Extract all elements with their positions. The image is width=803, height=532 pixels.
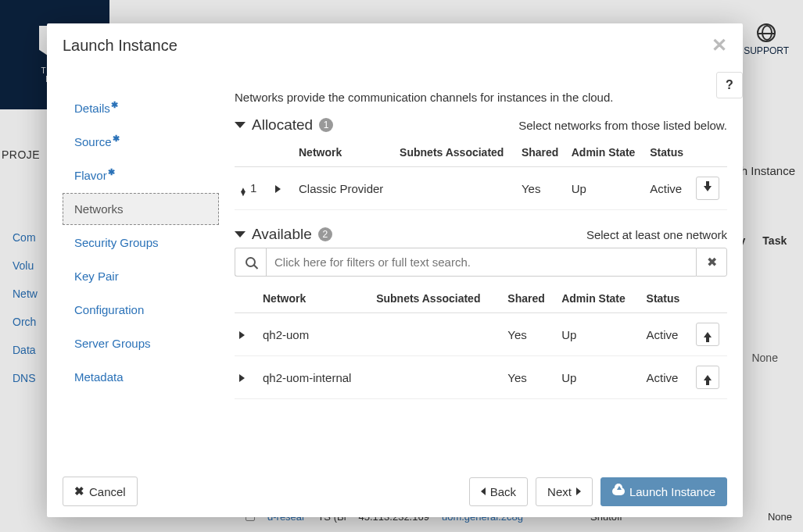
launch-instance-button[interactable]: Launch Instance bbox=[600, 477, 727, 506]
th-admin: Admin State bbox=[567, 138, 645, 167]
cell-admin: Up bbox=[567, 167, 645, 210]
back-button[interactable]: Back bbox=[469, 477, 528, 506]
arrow-up-icon bbox=[704, 375, 712, 380]
step-security-groups[interactable]: Security Groups bbox=[63, 227, 219, 259]
add-network-button[interactable] bbox=[696, 366, 719, 389]
panel-description: Networks provide the communication chann… bbox=[235, 91, 727, 104]
order-num: 1 bbox=[250, 181, 256, 195]
step-details-label: Details bbox=[74, 102, 110, 115]
th-subnets: Subnets Associated bbox=[395, 138, 517, 167]
required-star-icon: ✱ bbox=[111, 100, 118, 109]
chevron-right-icon bbox=[576, 487, 581, 495]
th-network: Network bbox=[294, 138, 395, 167]
search-wrap: ✖ bbox=[235, 248, 727, 277]
chevron-down-icon[interactable] bbox=[235, 231, 246, 237]
back-label: Back bbox=[490, 485, 516, 498]
next-label: Next bbox=[547, 485, 572, 498]
available-header-row: Available 2 Select at least one network bbox=[235, 226, 727, 243]
chevron-left-icon bbox=[481, 487, 486, 495]
available-hint: Select at least one network bbox=[586, 228, 727, 241]
th-network: Network bbox=[258, 284, 371, 313]
step-metadata-label: Metadata bbox=[74, 370, 124, 384]
step-configuration-label: Configuration bbox=[74, 303, 144, 316]
required-star-icon: ✱ bbox=[113, 134, 120, 143]
launch-label: Launch Instance bbox=[629, 485, 715, 498]
th-status: Status bbox=[642, 284, 691, 313]
cell-status: Active bbox=[642, 313, 691, 356]
modal-header: Launch Instance ✕ bbox=[47, 23, 743, 67]
search-icon bbox=[246, 257, 256, 267]
close-icon[interactable]: ✕ bbox=[712, 36, 727, 55]
th-status: Status bbox=[645, 138, 691, 167]
step-source[interactable]: Source✱ bbox=[63, 126, 219, 158]
th-shared: Shared bbox=[503, 284, 557, 313]
cell-admin: Up bbox=[557, 356, 641, 399]
allocated-title: Allocated bbox=[252, 116, 313, 134]
cell-subnets bbox=[371, 313, 503, 356]
available-row: qh2-uom-internal Yes Up Active bbox=[235, 356, 727, 399]
close-icon: ✖ bbox=[74, 484, 84, 498]
step-server-groups-label: Server Groups bbox=[74, 337, 151, 350]
close-icon: ✖ bbox=[707, 255, 717, 270]
arrow-up-icon bbox=[704, 332, 712, 337]
allocated-count-badge: 1 bbox=[319, 118, 333, 132]
clear-search-button[interactable]: ✖ bbox=[696, 248, 727, 277]
cell-status: Active bbox=[645, 167, 691, 210]
help-icon: ? bbox=[726, 78, 733, 92]
cell-shared: Yes bbox=[503, 313, 557, 356]
step-networks[interactable]: Networks bbox=[63, 193, 219, 225]
expand-row-icon[interactable] bbox=[239, 331, 245, 339]
allocated-hint: Select networks from those listed below. bbox=[518, 119, 727, 132]
networks-panel: Networks provide the communication chann… bbox=[219, 67, 727, 466]
add-network-button[interactable] bbox=[696, 323, 719, 346]
available-title: Available bbox=[252, 226, 312, 243]
step-source-label: Source bbox=[74, 135, 112, 148]
cell-network: qh2-uom-internal bbox=[258, 356, 371, 399]
step-security-groups-label: Security Groups bbox=[74, 236, 159, 249]
reorder-handle[interactable]: ▲▼ bbox=[239, 187, 247, 196]
available-row: qh2-uom Yes Up Active bbox=[235, 313, 727, 356]
step-key-pair-label: Key Pair bbox=[74, 270, 119, 283]
expand-row-icon[interactable] bbox=[275, 185, 281, 193]
search-prefix bbox=[235, 248, 266, 277]
step-details[interactable]: Details✱ bbox=[63, 92, 219, 124]
cell-subnets bbox=[395, 167, 517, 210]
step-networks-label: Networks bbox=[74, 202, 124, 216]
step-key-pair[interactable]: Key Pair bbox=[63, 260, 219, 292]
allocated-row: ▲▼ 1 Classic Provider Yes Up Active bbox=[235, 167, 727, 210]
step-metadata[interactable]: Metadata bbox=[63, 361, 219, 393]
step-server-groups[interactable]: Server Groups bbox=[63, 327, 219, 359]
step-configuration[interactable]: Configuration bbox=[63, 294, 219, 326]
modal-footer: ✖Cancel Back Next Launch Instance bbox=[47, 466, 743, 517]
help-button[interactable]: ? bbox=[716, 72, 743, 98]
th-subnets: Subnets Associated bbox=[371, 284, 503, 313]
cell-network: qh2-uom bbox=[258, 313, 371, 356]
cell-network: Classic Provider bbox=[294, 167, 395, 210]
allocated-header-row: Allocated 1 Select networks from those l… bbox=[235, 116, 727, 134]
expand-row-icon[interactable] bbox=[239, 374, 245, 382]
cell-subnets bbox=[371, 356, 503, 399]
modal-title: Launch Instance bbox=[63, 37, 177, 55]
launch-instance-modal: Launch Instance ✕ ? Details✱ Source✱ Fla… bbox=[47, 23, 743, 517]
search-input[interactable] bbox=[266, 248, 696, 277]
cell-admin: Up bbox=[557, 313, 641, 356]
required-star-icon: ✱ bbox=[108, 167, 115, 177]
available-count-badge: 2 bbox=[318, 227, 332, 241]
step-flavor-label: Flavor bbox=[74, 169, 107, 182]
available-table: Network Subnets Associated Shared Admin … bbox=[235, 284, 727, 399]
cell-status: Active bbox=[642, 356, 691, 399]
cell-shared: Yes bbox=[517, 167, 567, 210]
remove-network-button[interactable] bbox=[696, 177, 719, 200]
wizard-steps: Details✱ Source✱ Flavor✱ Networks Securi… bbox=[63, 67, 219, 466]
allocated-table: Network Subnets Associated Shared Admin … bbox=[235, 138, 727, 210]
th-shared: Shared bbox=[517, 138, 567, 167]
th-admin: Admin State bbox=[557, 284, 641, 313]
chevron-down-icon[interactable] bbox=[235, 122, 246, 128]
cancel-button[interactable]: ✖Cancel bbox=[63, 477, 138, 506]
next-button[interactable]: Next bbox=[536, 477, 593, 506]
cloud-upload-icon bbox=[612, 487, 625, 495]
arrow-down-icon bbox=[704, 186, 712, 191]
cancel-label: Cancel bbox=[89, 485, 126, 498]
cell-shared: Yes bbox=[503, 356, 557, 399]
step-flavor[interactable]: Flavor✱ bbox=[63, 159, 219, 191]
